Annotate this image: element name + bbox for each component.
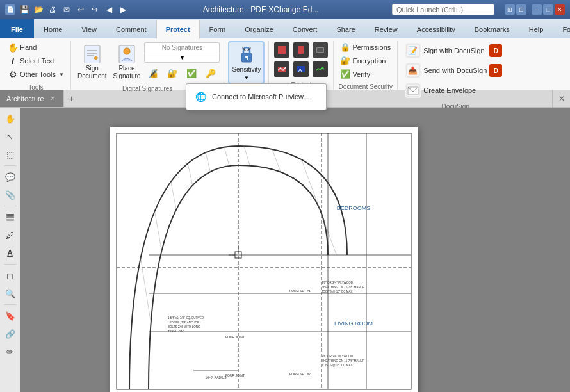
tab-help[interactable]: Help (519, 19, 553, 38)
redact-content: A (273, 41, 329, 78)
hand-tool-button[interactable]: ✋ Hand (5, 41, 67, 54)
window-icon-1[interactable]: ⊞ (505, 4, 515, 15)
tools-buttons: ✋ Hand I Select Text ⚙ Other Tools ▼ (5, 41, 67, 81)
svg-text:📝: 📝 (408, 45, 418, 55)
doc-security-icon-3: ✅ (340, 69, 350, 79)
tab-file[interactable]: File (0, 19, 34, 38)
quick-access-open[interactable]: 📂 (32, 3, 45, 16)
toolbar-layers-btn[interactable] (2, 209, 19, 225)
tab-accessibility[interactable]: Accessibility (407, 19, 465, 38)
other-tools-button[interactable]: ⚙ Other Tools ▼ (5, 68, 67, 81)
main-area: ✋ ↖ ⬚ 💬 📎 🖊 A ◻ 🔍 🔖 🔗 ✏ (0, 108, 570, 392)
tab-comment[interactable]: Comment (106, 19, 156, 38)
toolbar-arrow-btn[interactable]: ↖ (2, 128, 19, 145)
document-area: BEDROOMS LIVING ROOM FOUR JOINT FOUR JOI… (20, 108, 570, 392)
sign-with-docusign-icon: 📝 (405, 43, 421, 58)
tab-view[interactable]: View (72, 19, 106, 38)
quick-access-back[interactable]: ◀ (102, 3, 115, 16)
minimize-button[interactable]: – (532, 4, 542, 15)
toolbar-hand-btn[interactable]: ✋ (2, 110, 19, 127)
close-all-tabs-button[interactable]: ✕ (552, 90, 570, 107)
window-icon-2[interactable]: ⊡ (516, 4, 526, 15)
svg-rect-18 (6, 216, 14, 218)
sig-action-2[interactable]: 🔐 (163, 64, 181, 82)
toolbar-bookmark-btn[interactable]: 🔖 (2, 307, 19, 324)
sign-document-button[interactable]: SignDocument (75, 41, 110, 82)
svg-text:3/8" OR 3/4" PLYWOOD: 3/8" OR 3/4" PLYWOOD (322, 281, 354, 284)
tab-protect[interactable]: Protect (156, 20, 200, 39)
svg-text:FORM SET #1: FORM SET #1 (289, 289, 311, 293)
toolbar-snapshot-btn[interactable]: ⬚ (2, 146, 19, 163)
sign-with-docusign-button[interactable]: 📝 Sign with DocuSign D (402, 41, 506, 60)
redact-btn-3[interactable] (311, 41, 329, 59)
sig-action-1[interactable]: 🔏 (144, 64, 162, 82)
group-redact: A Redact (269, 41, 334, 90)
no-signatures-label: No Signatures (145, 43, 219, 53)
doc-security-btn-1[interactable]: 🔒 Permissions (338, 41, 393, 53)
tab-share[interactable]: Share (327, 19, 364, 38)
close-button[interactable]: ✕ (555, 4, 565, 15)
sensitivity-button[interactable]: Sensitivity ▼ (228, 41, 265, 84)
create-envelope-button[interactable]: Create Envelope (402, 81, 506, 100)
select-text-icon: I (8, 56, 18, 66)
quick-access-save[interactable]: 💾 (18, 3, 31, 16)
send-with-docusign-label: Send with DocuSign (423, 67, 487, 74)
doc-security-btn-3[interactable]: ✅ Verify (338, 68, 393, 80)
quick-access-email[interactable]: ✉ (60, 3, 73, 16)
connect-purview-item[interactable]: 🌐 Connect to Microsoft Purview... (186, 86, 326, 107)
send-with-docusign-button[interactable]: 📤 Send with DocuSign D (402, 61, 506, 80)
architecture-drawing: BEDROOMS LIVING ROOM FOUR JOINT FOUR JOI… (110, 127, 418, 392)
signatures-dropdown[interactable]: No Signatures ▼ (144, 42, 220, 63)
place-signature-button[interactable]: PlaceSignature (111, 41, 143, 82)
quick-access-redo[interactable]: ↪ (88, 3, 101, 16)
redact-btn-1[interactable] (273, 41, 291, 59)
quick-access-print[interactable]: 🖨 (46, 3, 59, 16)
redact-btn-6[interactable] (311, 60, 329, 78)
new-tab-button[interactable]: + (64, 90, 79, 107)
redact-btn-2[interactable] (292, 41, 310, 59)
ribbon-content: ✋ Hand I Select Text ⚙ Other Tools ▼ Too… (0, 38, 570, 90)
create-envelope-label: Create Envelope (423, 86, 476, 94)
toolbar-shapes-btn[interactable]: ◻ (2, 267, 19, 284)
sig-action-icon-2: 🔐 (165, 65, 180, 81)
doc-security-btn-2[interactable]: 🔐 Encryption (338, 54, 393, 67)
sign-document-icon (82, 43, 102, 63)
dig-sig-content: SignDocument PlaceSignature No Signature… (75, 41, 220, 82)
other-tools-icon: ⚙ (8, 69, 18, 79)
app-icon: 📄 (5, 4, 15, 15)
sign-with-docusign-label: Sign with DocuSign (423, 47, 484, 54)
sig-action-3[interactable]: ✅ (183, 64, 200, 82)
redact-icon-5: A (293, 61, 309, 77)
toolbar-comment-btn[interactable]: 💬 (2, 168, 19, 185)
quick-launch-input[interactable] (392, 4, 494, 15)
document-tab-architecture[interactable]: Architecture ✕ (0, 90, 64, 107)
maximize-button[interactable]: □ (543, 4, 553, 15)
tab-review[interactable]: Review (365, 19, 407, 38)
doc-security-label-2: Encryption (352, 57, 386, 65)
redact-icon-6 (313, 61, 328, 77)
tab-organize[interactable]: Organize (235, 19, 283, 38)
tab-convert[interactable]: Convert (283, 19, 327, 38)
tab-home[interactable]: Home (34, 19, 72, 38)
toolbar-edit-btn[interactable]: ✏ (2, 343, 19, 360)
redact-btn-5[interactable]: A (292, 60, 310, 78)
toolbar-highlight-btn[interactable]: A (2, 245, 19, 261)
signatures-arrow[interactable]: ▼ (145, 53, 219, 62)
sig-action-4[interactable]: 🔑 (202, 64, 220, 82)
select-text-button[interactable]: I Select Text (5, 54, 67, 67)
redact-btn-4[interactable] (273, 60, 291, 78)
tab-format[interactable]: Format (553, 19, 570, 38)
quick-access-forward[interactable]: ▶ (117, 3, 129, 16)
tab-bookmarks[interactable]: Bookmarks (465, 19, 519, 38)
quick-access-undo[interactable]: ↩ (74, 3, 87, 16)
redact-icon-3 (313, 42, 328, 58)
toolbar-link-btn[interactable]: 🔗 (2, 325, 19, 342)
toolbar-stamp-btn[interactable]: 🖊 (2, 227, 19, 243)
document-tab-close[interactable]: ✕ (48, 94, 57, 102)
doc-security-icon-2: 🔐 (340, 56, 350, 65)
doc-security-label-1: Permissions (352, 44, 391, 51)
tab-form[interactable]: Form (200, 19, 236, 38)
redact-icon-2 (293, 42, 309, 58)
toolbar-attach-btn[interactable]: 📎 (2, 186, 19, 203)
toolbar-zoom-btn[interactable]: 🔍 (2, 285, 19, 302)
